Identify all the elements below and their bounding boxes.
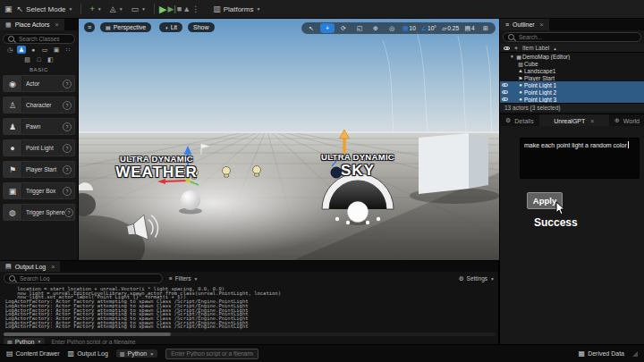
- scrollbar-thumb[interactable]: [4, 333, 171, 336]
- log-search[interactable]: [4, 274, 163, 283]
- viewport-menu-button[interactable]: ≡: [84, 22, 95, 32]
- add-actor-dropdown[interactable]: + ▼: [86, 4, 105, 15]
- content-drawer-button[interactable]: ▤ Content Drawer: [6, 349, 60, 358]
- place-actor-item[interactable]: ♟Pawn?: [3, 118, 75, 135]
- outliner-row[interactable]: ●Point Light 3: [500, 96, 644, 103]
- statusbar-python-input-box[interactable]: [165, 349, 258, 359]
- visibility-toggle[interactable]: [500, 97, 509, 101]
- select-tool-icon[interactable]: ↖: [304, 23, 318, 33]
- place-actor-item[interactable]: ♙Character?: [3, 97, 75, 114]
- help-icon[interactable]: ?: [64, 208, 73, 217]
- close-icon[interactable]: ×: [590, 118, 594, 124]
- place-actor-item[interactable]: ⚑Player Start?: [3, 161, 75, 178]
- close-icon[interactable]: ×: [51, 264, 55, 270]
- all-classes-category-icon[interactable]: ∷: [64, 46, 72, 54]
- point-light-sphere[interactable]: [181, 190, 200, 210]
- item-label-header[interactable]: Item Label: [522, 45, 549, 51]
- prompt-input[interactable]: make each point light a random color: [520, 138, 640, 179]
- perspective-dropdown[interactable]: ▤ Perspective: [100, 22, 151, 32]
- world-space-icon[interactable]: ⊕: [369, 23, 383, 33]
- statusbar-python-dropdown[interactable]: ▥ Python ▼: [116, 349, 157, 358]
- close-icon[interactable]: ×: [540, 21, 544, 28]
- eye-icon[interactable]: [502, 90, 508, 94]
- visibility-toggle[interactable]: [500, 83, 509, 87]
- outliner-row[interactable]: ●Point Light 1: [500, 81, 644, 88]
- expander-arrow-icon[interactable]: ▾: [509, 54, 515, 59]
- basic-category-icon[interactable]: ♟: [17, 46, 26, 54]
- play-button[interactable]: ▶: [159, 4, 166, 14]
- resize-grip[interactable]: [632, 351, 638, 357]
- blueprints-dropdown[interactable]: ◬ ▼: [106, 4, 127, 15]
- place-actor-item[interactable]: ●Point Light?: [3, 139, 75, 156]
- visibility-column-icon[interactable]: [504, 46, 510, 50]
- cube-right-face[interactable]: [469, 133, 488, 189]
- lights-category-icon[interactable]: ●: [29, 46, 38, 54]
- move-tool-icon[interactable]: +: [320, 23, 335, 33]
- outliner-row[interactable]: ●Point Light 2: [500, 88, 644, 96]
- recent-category-icon[interactable]: ◷: [5, 46, 14, 54]
- visual-category-icon[interactable]: ◧: [47, 55, 55, 63]
- lit-dropdown[interactable]: ◑ Lit: [159, 22, 182, 32]
- volumes-category-icon[interactable]: ▧: [23, 55, 32, 63]
- cinematics-dropdown[interactable]: ▭ ▼: [128, 4, 149, 15]
- place-actor-item[interactable]: ▣Trigger Box?: [3, 182, 75, 199]
- tab-unrealgpt[interactable]: UnrealGPT ×: [539, 114, 609, 127]
- stop-button[interactable]: ■: [177, 5, 182, 13]
- outliner-row[interactable]: ⚑Player Start: [500, 74, 644, 81]
- search-classes-input[interactable]: [17, 35, 70, 43]
- ultra-dynamic-weather-billboard[interactable]: ULTRA DYNAMIC WEATHER: [107, 155, 206, 180]
- maximize-viewport-icon[interactable]: ⊞: [479, 23, 493, 33]
- pin-column-icon[interactable]: ⌖: [514, 45, 518, 52]
- output-log-button[interactable]: ▥ Output Log: [68, 349, 108, 358]
- tab-output-log[interactable]: ▤ Output Log ×: [0, 261, 60, 272]
- eye-icon[interactable]: [502, 97, 508, 101]
- place-actor-item[interactable]: ◉Actor?: [3, 75, 75, 92]
- level-viewport[interactable]: ≡ ▤ Perspective ◑ Lit Show ↖ + ⟳ ◱ ⊕ ◎ ▦…: [79, 19, 499, 260]
- ultra-dynamic-sky-billboard[interactable]: ULTRA DYNAMIC SKY: [313, 153, 402, 178]
- select-mode-dropdown[interactable]: ↖ Select Mode ▼: [13, 4, 77, 15]
- rotation-snap-toggle[interactable]: ∠ 10°: [419, 23, 438, 33]
- outliner-row[interactable]: ▾▦DemoMap (Editor): [500, 53, 644, 60]
- tab-place-actors[interactable]: ▦ Place Actors ×: [0, 19, 64, 30]
- shapes-category-icon[interactable]: ▣: [52, 46, 61, 54]
- filters-dropdown[interactable]: ≡ Filters ▼: [169, 275, 198, 282]
- help-icon[interactable]: ?: [63, 187, 72, 196]
- help-icon[interactable]: ?: [63, 144, 72, 153]
- surface-snap-icon[interactable]: ◎: [385, 23, 399, 33]
- play-from-here-button[interactable]: ▶|: [168, 5, 176, 13]
- viewport-scene[interactable]: [79, 19, 499, 260]
- outliner-row[interactable]: ▲Landscape1: [500, 67, 644, 74]
- more-options-icon[interactable]: ⋮: [191, 5, 199, 13]
- eject-button[interactable]: ▲: [182, 5, 191, 13]
- geometry-category-icon[interactable]: □: [35, 55, 44, 63]
- tab-world-settings[interactable]: ⊕ World: [609, 114, 644, 127]
- rotate-tool-icon[interactable]: ⟳: [336, 23, 351, 33]
- help-icon[interactable]: ?: [63, 80, 72, 88]
- close-icon[interactable]: ×: [55, 21, 59, 28]
- place-actors-search[interactable]: [3, 34, 75, 44]
- outliner-column-header[interactable]: ⌖ Item Label ▴: [500, 44, 644, 53]
- tab-details[interactable]: ⚙ Details: [500, 114, 539, 127]
- visibility-toggle[interactable]: [500, 90, 509, 94]
- log-lines[interactable]: location = start_location + unreal.Vecto…: [0, 285, 498, 332]
- grid-snap-toggle[interactable]: ▦ 10: [401, 23, 418, 33]
- scale-snap-toggle[interactable]: ▱ 0.25: [440, 23, 461, 33]
- camera-speed-toggle[interactable]: ▤ 4: [462, 23, 477, 33]
- outliner-search[interactable]: [503, 32, 641, 42]
- cube-front-face[interactable]: [419, 133, 469, 194]
- help-icon[interactable]: ?: [63, 165, 72, 174]
- statusbar-python-input[interactable]: [169, 349, 255, 358]
- help-icon[interactable]: ?: [63, 101, 72, 110]
- outliner-search-input[interactable]: [517, 33, 636, 41]
- save-icon[interactable]: ▣: [4, 5, 13, 13]
- log-search-input[interactable]: [18, 274, 157, 282]
- eye-icon[interactable]: [502, 83, 508, 87]
- help-icon[interactable]: ?: [63, 122, 72, 131]
- settings-dropdown[interactable]: ⚙ Settings ▼: [459, 275, 495, 282]
- horizontal-scrollbar[interactable]: [3, 333, 496, 336]
- platforms-dropdown[interactable]: ▥ Platforms ▼: [209, 4, 264, 15]
- tab-outliner[interactable]: ≡ Outliner ×: [500, 19, 549, 30]
- show-dropdown[interactable]: Show: [188, 22, 215, 32]
- outliner-row[interactable]: ▧Cube: [500, 60, 644, 67]
- derived-data-button[interactable]: ▦ Derived Data: [579, 349, 624, 358]
